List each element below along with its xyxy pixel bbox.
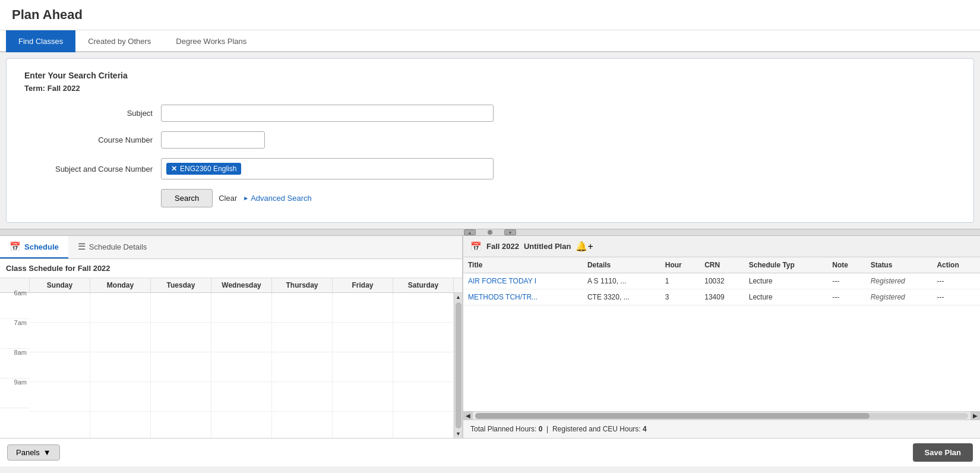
page-title: Plan Ahead (0, 0, 980, 30)
registered-label: Registered and CEU Hours: (552, 425, 641, 433)
registered-value: 4 (643, 425, 647, 433)
col-hour: Hour (660, 257, 700, 273)
bottom-panel: 📅 Schedule ☰ Schedule Details Class Sche… (0, 236, 980, 438)
subject-input[interactable] (161, 105, 494, 122)
save-plan-button[interactable]: Save Plan (913, 443, 973, 462)
footer-separator: | (546, 425, 548, 433)
col-title: Title (463, 257, 583, 273)
col-crn: CRN (700, 257, 744, 273)
subject-course-row: Subject and Course Number ✕ ENG2360 Engl… (24, 158, 956, 179)
monday-col (90, 293, 151, 438)
course-details-0: A S 1110, ... (583, 273, 660, 289)
term-label: Term: Fall 2022 (24, 84, 956, 93)
tab-created-by-others[interactable]: Created by Others (75, 30, 163, 52)
table-header-row: Title Details Hour CRN Schedule Typ Note… (463, 257, 980, 273)
plan-add-button[interactable]: 🔔+ (576, 241, 593, 252)
vertical-scrollbar[interactable]: ▲ ▼ (454, 293, 462, 438)
panels-label: Panels (16, 448, 40, 457)
col-saturday: Saturday (393, 278, 454, 292)
bottom-bar: Panels ▼ Save Plan (0, 438, 980, 466)
course-tag[interactable]: ✕ ENG2360 English (166, 163, 241, 175)
calendar-icon: 📅 (10, 241, 21, 252)
tuesday-col (151, 293, 211, 438)
time-7am: 7am (0, 319, 30, 349)
course-details-1: CTE 3320, ... (583, 289, 660, 305)
schedule-section: 📅 Schedule ☰ Schedule Details Class Sche… (0, 236, 463, 438)
search-button[interactable]: Search (161, 189, 213, 207)
course-number-label: Course Number (24, 135, 161, 144)
sunday-col (30, 293, 90, 438)
resize-center-dot (488, 230, 492, 235)
col-wednesday: Wednesday (211, 278, 272, 292)
scroll-up-btn[interactable]: ▲ (454, 293, 462, 301)
col-thursday: Thursday (272, 278, 333, 292)
time-8am: 8am (0, 349, 30, 379)
plan-section: 📅 Fall 2022 Untitled Plan 🔔+ Title Detai… (463, 236, 980, 438)
scroll-thumb[interactable] (456, 302, 461, 428)
scrollbar-track[interactable] (475, 413, 968, 419)
scrollbar-thumb[interactable] (475, 413, 870, 419)
subject-row: Subject (24, 105, 956, 122)
col-details: Details (583, 257, 660, 273)
add-notification-icon: 🔔+ (576, 241, 593, 251)
triangle-up-icon: ▲ (468, 231, 472, 235)
total-planned-value: 0 (539, 425, 543, 433)
course-title-0[interactable]: AIR FORCE TODAY I (468, 277, 536, 285)
col-tuesday: Tuesday (151, 278, 211, 292)
tag-value: ENG2360 English (180, 165, 236, 173)
class-schedule-title: Class Schedule for Fall 2022 (0, 259, 462, 278)
time-9am: 9am (0, 379, 30, 408)
table-row: AIR FORCE TODAY I A S 1110, ... 1 10032 … (463, 273, 980, 289)
resize-handle[interactable]: ▲ ▼ (0, 229, 980, 236)
tab-degree-works-plans[interactable]: Degree Works Plans (163, 30, 259, 52)
tab-find-classes[interactable]: Find Classes (6, 30, 75, 52)
col-schedule-type: Schedule Typ (744, 257, 828, 273)
scroll-col-header (454, 278, 462, 292)
tab-schedule[interactable]: 📅 Schedule (0, 236, 68, 258)
total-planned-label: Total Planned Hours: (470, 425, 536, 433)
col-sunday: Sunday (30, 278, 90, 292)
horizontal-scrollbar[interactable]: ◀ ▶ (463, 411, 980, 420)
tag-container[interactable]: ✕ ENG2360 English (161, 158, 494, 179)
advanced-search-link[interactable]: ► Advanced Search (243, 194, 312, 203)
tag-remove-icon[interactable]: ✕ (171, 165, 177, 173)
thursday-col (272, 293, 333, 438)
clear-button[interactable]: Clear (219, 194, 237, 203)
courses-table: Title Details Hour CRN Schedule Typ Note… (463, 257, 980, 305)
wednesday-col (211, 293, 272, 438)
course-title-1[interactable]: METHODS TCH/TR... (468, 293, 538, 301)
col-monday: Monday (90, 278, 151, 292)
time-6am: 6am (0, 289, 30, 319)
resize-down-btn[interactable]: ▼ (504, 229, 516, 235)
plan-footer: Total Planned Hours: 0 | Registered and … (463, 420, 980, 438)
details-icon: ☰ (78, 241, 86, 252)
course-sched-0: Lecture (744, 273, 828, 289)
button-row: Search Clear ► Advanced Search (161, 189, 956, 207)
course-sched-1: Lecture (744, 289, 828, 305)
subject-course-label: Subject and Course Number (24, 165, 161, 174)
col-status: Status (866, 257, 932, 273)
col-action: Action (932, 257, 980, 273)
panels-chevron-icon: ▼ (43, 448, 51, 457)
saturday-col (393, 293, 454, 438)
calendar-header: Sunday Monday Tuesday Wednesday Thursday… (0, 278, 462, 293)
scroll-down-btn[interactable]: ▼ (454, 430, 462, 438)
course-action-1: --- (932, 289, 980, 305)
resize-up-btn[interactable]: ▲ (464, 229, 476, 235)
course-note-1: --- (827, 289, 865, 305)
time-labels: 6am 7am 8am 9am (0, 293, 30, 438)
scroll-left-btn[interactable]: ◀ (463, 412, 473, 420)
tab-schedule-details[interactable]: ☰ Schedule Details (68, 236, 157, 258)
title-text: Plan Ahead (12, 7, 83, 22)
course-crn-1: 13409 (700, 289, 744, 305)
col-friday: Friday (333, 278, 393, 292)
plan-table: Title Details Hour CRN Schedule Typ Note… (463, 257, 980, 411)
course-note-0: --- (827, 273, 865, 289)
scroll-right-btn[interactable]: ▶ (970, 412, 980, 420)
triangle-down-icon: ▼ (508, 231, 513, 235)
search-heading: Enter Your Search Criteria (24, 71, 956, 80)
course-number-input[interactable] (161, 131, 265, 149)
table-row: METHODS TCH/TR... CTE 3320, ... 3 13409 … (463, 289, 980, 305)
plan-title: Fall 2022 (486, 242, 519, 251)
panels-button[interactable]: Panels ▼ (7, 444, 60, 461)
